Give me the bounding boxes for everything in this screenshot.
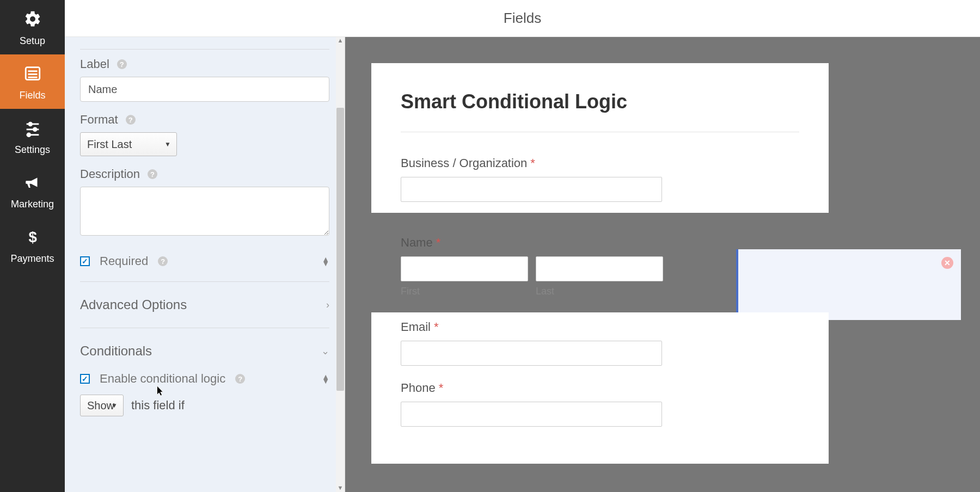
required-row: ✓ Required ? ▲▼ bbox=[80, 249, 329, 274]
form-field-email[interactable]: Email* bbox=[401, 320, 799, 366]
advanced-options-label: Advanced Options bbox=[80, 297, 187, 312]
conditional-action-value: Show bbox=[87, 399, 114, 412]
conditionals-label: Conditionals bbox=[80, 343, 152, 359]
form-card: Smart Conditional Logic Business / Organ… bbox=[371, 63, 829, 464]
help-icon[interactable]: ? bbox=[158, 256, 168, 266]
form-title: Smart Conditional Logic bbox=[401, 90, 799, 113]
topbar: Fields bbox=[65, 0, 980, 37]
chevron-down-icon: ▼ bbox=[111, 402, 118, 409]
svg-point-9 bbox=[27, 133, 30, 137]
list-icon bbox=[23, 64, 42, 85]
sidebar: Setup Fields Settings Marketing $ Paymen… bbox=[0, 0, 65, 492]
svg-point-5 bbox=[28, 122, 32, 126]
gear-icon bbox=[23, 10, 42, 31]
dollar-icon: $ bbox=[24, 227, 41, 249]
format-value: First Last bbox=[87, 138, 132, 151]
enable-conditional-checkbox[interactable]: ✓ bbox=[80, 374, 90, 384]
description-text: Description bbox=[80, 167, 140, 181]
help-icon[interactable]: ? bbox=[235, 374, 245, 384]
sidebar-item-settings[interactable]: Settings bbox=[0, 109, 65, 163]
scroll-up-arrow[interactable]: ▲ bbox=[336, 37, 345, 45]
format-caption: Format ? bbox=[80, 113, 329, 127]
sidebar-item-payments[interactable]: $ Payments bbox=[0, 218, 65, 272]
chevron-right-icon: › bbox=[326, 299, 329, 311]
delete-field-button[interactable]: ✕ bbox=[941, 257, 953, 269]
divider bbox=[80, 328, 329, 328]
last-sublabel: Last bbox=[536, 286, 663, 297]
advanced-options-header[interactable]: Advanced Options › bbox=[80, 290, 329, 320]
required-indicator: * bbox=[434, 320, 439, 334]
label-text: Label bbox=[80, 57, 109, 71]
enable-conditional-label: Enable conditional logic bbox=[100, 372, 225, 386]
chevron-down-icon: ⌄ bbox=[321, 345, 329, 357]
help-icon[interactable]: ? bbox=[117, 59, 127, 69]
business-input[interactable] bbox=[401, 177, 662, 202]
sidebar-item-marketing[interactable]: Marketing bbox=[0, 163, 65, 218]
enable-conditional-row: ✓ Enable conditional logic ? ▲▼ bbox=[80, 366, 329, 391]
help-icon[interactable]: ? bbox=[148, 169, 157, 179]
scrollbar[interactable]: ▲ ▼ bbox=[336, 37, 345, 492]
field-label: Phone* bbox=[401, 381, 799, 395]
sidebar-item-label: Fields bbox=[19, 90, 45, 101]
conditional-action-select[interactable]: Show ▼ bbox=[80, 395, 124, 416]
megaphone-icon bbox=[23, 173, 42, 194]
sidebar-item-label: Marketing bbox=[11, 199, 54, 210]
field-options-panel: Label ? Format ? First Last ▼ bbox=[65, 37, 345, 492]
form-field-business[interactable]: Business / Organization* bbox=[401, 156, 799, 213]
chevron-down-icon: ▼ bbox=[164, 140, 171, 148]
sidebar-item-label: Setup bbox=[20, 35, 45, 47]
form-preview-area: ✕ Smart Conditional Logic Business / Org… bbox=[345, 37, 980, 492]
workspace: Label ? Format ? First Last ▼ bbox=[65, 37, 980, 492]
field-label: Business / Organization* bbox=[401, 156, 799, 170]
label-row: Label ? bbox=[80, 57, 329, 102]
field-label: Email* bbox=[401, 320, 799, 334]
label-caption: Label ? bbox=[80, 57, 329, 71]
form-field-phone[interactable]: Phone* bbox=[401, 381, 799, 427]
first-sublabel: First bbox=[401, 286, 528, 297]
conditional-tail-text: this field if bbox=[131, 398, 185, 413]
required-indicator: * bbox=[436, 236, 441, 249]
sidebar-item-label: Payments bbox=[10, 253, 54, 265]
scrollbar-thumb[interactable] bbox=[336, 108, 344, 391]
help-icon[interactable]: ? bbox=[126, 115, 136, 125]
form-field-name[interactable]: Name* First Last bbox=[401, 228, 799, 305]
required-indicator: * bbox=[530, 156, 535, 170]
sidebar-item-label: Settings bbox=[15, 144, 50, 156]
sidebar-item-fields[interactable]: Fields bbox=[0, 54, 65, 109]
page-title: Fields bbox=[504, 10, 541, 27]
last-name-input[interactable] bbox=[536, 256, 663, 281]
conditionals-header[interactable]: Conditionals ⌄ bbox=[80, 336, 329, 362]
sidebar-item-setup[interactable]: Setup bbox=[0, 0, 65, 54]
description-row: Description ? bbox=[80, 167, 329, 238]
divider bbox=[401, 132, 799, 132]
sort-handle[interactable]: ▲▼ bbox=[322, 257, 329, 266]
divider bbox=[80, 281, 329, 282]
required-indicator: * bbox=[439, 381, 444, 395]
format-text: Format bbox=[80, 113, 118, 127]
sort-handle[interactable]: ▲▼ bbox=[322, 374, 329, 383]
divider bbox=[80, 49, 329, 50]
conditional-rule-row: Show ▼ this field if bbox=[80, 391, 329, 416]
description-caption: Description ? bbox=[80, 167, 329, 181]
format-select[interactable]: First Last ▼ bbox=[80, 132, 177, 156]
svg-point-7 bbox=[33, 128, 36, 131]
required-checkbox[interactable]: ✓ bbox=[80, 256, 90, 266]
main: Fields Label ? Format ? bbox=[65, 0, 980, 492]
email-input[interactable] bbox=[401, 341, 662, 366]
sliders-icon bbox=[23, 119, 42, 140]
description-textarea[interactable] bbox=[80, 187, 329, 236]
phone-input[interactable] bbox=[401, 402, 662, 427]
scroll-down-arrow[interactable]: ▼ bbox=[336, 484, 345, 492]
svg-text:$: $ bbox=[28, 229, 36, 245]
label-input[interactable] bbox=[80, 77, 329, 102]
first-name-input[interactable] bbox=[401, 256, 528, 281]
format-row: Format ? First Last ▼ bbox=[80, 113, 329, 156]
required-label: Required bbox=[100, 254, 148, 268]
field-label: Name* bbox=[401, 236, 799, 250]
